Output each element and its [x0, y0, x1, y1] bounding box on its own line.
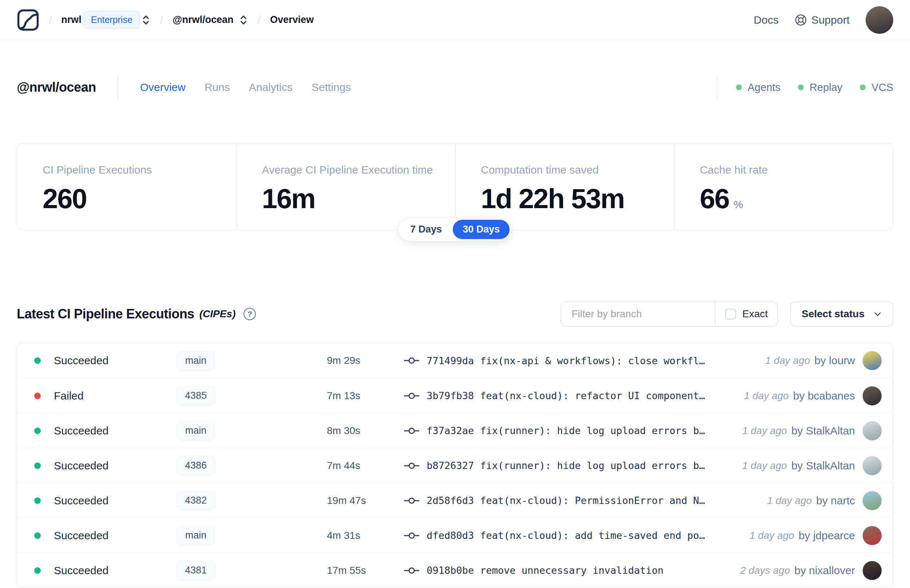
status-label: Succeeded	[54, 425, 160, 437]
duration-label: 7m 13s	[327, 390, 404, 402]
stat-value: 16m	[262, 183, 455, 214]
status-dot	[34, 357, 41, 364]
status-dot	[34, 567, 41, 574]
commit-cell[interactable]: f37a32aefix(runner): hide log upload err…	[404, 425, 705, 436]
commit-cell[interactable]: dfed80d3feat(nx-cloud): add time-saved e…	[404, 530, 705, 541]
range-option-7-days[interactable]: 7 Days	[401, 220, 452, 239]
git-commit-icon	[404, 496, 419, 505]
commit-cell[interactable]: 3b79fb38feat(nx-cloud): refactor UI comp…	[404, 390, 705, 401]
feature-link-vcs[interactable]: VCS	[860, 81, 893, 94]
org-name: nrwl	[61, 14, 82, 26]
branch-badge: main	[176, 526, 215, 545]
tab-runs[interactable]: Runs	[205, 81, 230, 94]
duration-label: 17m 55s	[327, 565, 404, 577]
stat-value: 260	[43, 183, 236, 214]
author-label: by StalkAltan	[791, 460, 855, 472]
stat-label: CI Pipeline Executions	[43, 164, 236, 176]
feature-link-agents[interactable]: Agents	[736, 81, 781, 94]
table-row[interactable]: Succeeded 4386 7m 44s b8726327fix(runner…	[17, 448, 893, 483]
divider	[717, 75, 717, 99]
branch-badge: 4381	[176, 561, 215, 580]
range-option-30-days[interactable]: 30 Days	[453, 220, 509, 239]
branch-badge: 4385	[176, 386, 215, 405]
branch-badge: main	[176, 351, 215, 370]
table-row[interactable]: Succeeded main 8m 30s f37a32aefix(runner…	[17, 413, 893, 448]
time-ago-label: 2 days ago	[740, 565, 790, 577]
duration-label: 7m 44s	[327, 460, 404, 472]
table-row[interactable]: Succeeded main 4m 31s dfed80d3feat(nx-cl…	[17, 518, 893, 553]
status-dot	[34, 393, 41, 399]
status-label: Succeeded	[54, 530, 160, 542]
docs-link[interactable]: Docs	[754, 14, 779, 26]
status-label: Succeeded	[54, 460, 160, 472]
tab-analytics[interactable]: Analytics	[249, 81, 293, 94]
table-row[interactable]: Succeeded 4382 19m 47s 2d58f6d3feat(nx-c…	[17, 483, 893, 518]
feature-link-label: Replay	[810, 81, 842, 94]
branch-badge: 4382	[176, 491, 215, 510]
table-row[interactable]: Failed 4385 7m 13s 3b79fb38feat(nx-cloud…	[17, 378, 893, 413]
commit-cell[interactable]: 2d58f6d3feat(nx-cloud): PermissionError …	[404, 495, 705, 506]
section-title-suffix: (CIPEs)	[199, 308, 236, 320]
commit-cell[interactable]: b8726327fix(runner): hide log upload err…	[404, 460, 705, 471]
git-commit-icon	[404, 461, 419, 470]
avatar	[862, 491, 882, 510]
commit-message: fix(runner): hide log upload errors b…	[480, 425, 705, 436]
author-label: by nartc	[816, 494, 855, 507]
commit-message: remove unnecessary invalidation	[480, 565, 664, 576]
workspace-breadcrumb[interactable]: @nrwl/ocean	[173, 14, 248, 26]
user-avatar[interactable]	[866, 6, 893, 34]
commit-cell[interactable]: 0918b0beremove unnecessary invalidation	[404, 565, 664, 576]
git-commit-icon	[404, 391, 419, 400]
stats-section: CI Pipeline Executions 260 Average CI Pi…	[17, 143, 893, 230]
table-row[interactable]: Succeeded main 9m 29s 771499dafix(nx-api…	[17, 343, 893, 378]
stat-label: Cache hit rate	[700, 164, 893, 176]
commit-cell[interactable]: 771499dafix(nx-api & workflows): close w…	[404, 355, 705, 367]
status-dot-green	[798, 84, 804, 90]
author-label: by lourw	[814, 354, 855, 367]
git-commit-icon	[404, 531, 419, 540]
tab-settings[interactable]: Settings	[312, 81, 351, 94]
status-dot	[34, 498, 41, 504]
duration-label: 4m 31s	[327, 530, 404, 541]
commit-hash: 2d58f6d3	[427, 495, 474, 506]
duration-label: 8m 30s	[327, 425, 404, 437]
table-row[interactable]: Succeeded 4381 17m 55s 0918b0beremove un…	[17, 553, 893, 588]
help-icon[interactable]: ?	[244, 308, 256, 320]
nx-cloud-logo[interactable]	[17, 9, 39, 31]
status-dot	[34, 428, 41, 434]
org-selector-chevrons-icon[interactable]	[141, 14, 151, 26]
commit-hash: dfed80d3	[427, 530, 474, 541]
branch-filter-input[interactable]	[561, 302, 715, 326]
status-label: Failed	[54, 390, 160, 402]
duration-label: 19m 47s	[327, 495, 404, 507]
exact-checkbox[interactable]	[725, 309, 736, 320]
branch-badge: 4386	[176, 456, 215, 475]
cipe-table: Succeeded main 9m 29s 771499dafix(nx-api…	[17, 343, 893, 588]
author-label: by nixallover	[794, 564, 855, 577]
workspace-title: @nrwl/ocean	[17, 80, 96, 95]
support-link[interactable]: Support	[795, 14, 850, 26]
stat-ci-pipeline-executions: CI Pipeline Executions 260	[17, 143, 236, 230]
time-ago-label: 1 day ago	[750, 530, 794, 541]
commit-message: fix(nx-api & workflows): close workfl…	[480, 355, 705, 367]
support-label: Support	[811, 14, 850, 26]
org-breadcrumb[interactable]: nrwl Enterprise	[61, 11, 150, 29]
chevron-down-icon	[873, 310, 882, 318]
git-commit-icon	[404, 356, 419, 365]
author-label: by StalkAltan	[791, 425, 855, 437]
commit-hash: b8726327	[427, 460, 474, 471]
workspace-name: @nrwl/ocean	[173, 14, 233, 26]
feature-link-replay[interactable]: Replay	[798, 81, 842, 94]
commit-hash: f37a32ae	[427, 425, 474, 436]
tab-overview[interactable]: Overview	[140, 81, 186, 94]
workspace-selector-chevrons-icon[interactable]	[239, 14, 248, 26]
avatar	[862, 526, 882, 546]
status-select-dropdown[interactable]: Select status	[790, 302, 893, 326]
duration-label: 9m 29s	[327, 355, 404, 367]
feature-link-label: Agents	[748, 81, 781, 94]
status-select-label: Select status	[802, 308, 865, 320]
workspace-header: @nrwl/ocean Overview Runs Analytics Sett…	[0, 74, 910, 100]
status-dot-green	[860, 84, 866, 90]
stat-value: 66%	[700, 183, 893, 214]
exact-filter-segment: Exact	[715, 302, 777, 326]
